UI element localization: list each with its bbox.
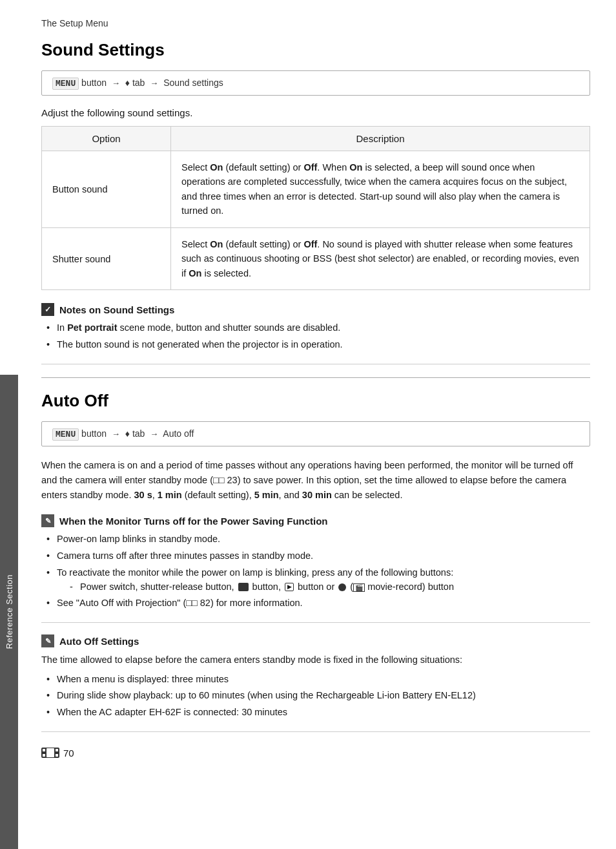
auto-off-settings-list: When a menu is displayed: three minutes … bbox=[41, 673, 590, 720]
tab-label-autooff: tab bbox=[132, 428, 147, 439]
list-item: Camera turns off after three minutes pas… bbox=[46, 549, 590, 563]
list-item: When the AC adapter EH-62F is connected:… bbox=[46, 706, 590, 720]
option-button-sound: Button sound bbox=[42, 151, 171, 228]
svg-rect-5 bbox=[46, 748, 54, 757]
list-item: During slide show playback: up to 60 min… bbox=[46, 689, 590, 703]
list-item: In Pet portrait scene mode, button and s… bbox=[46, 321, 590, 335]
sound-notes-box: ✓ Notes on Sound Settings In Pet portrai… bbox=[41, 303, 590, 364]
monitor-off-note: ✎ When the Monitor Turns off for the Pow… bbox=[41, 514, 590, 623]
svg-rect-1 bbox=[43, 749, 45, 751]
col-option-header: Option bbox=[42, 127, 171, 151]
monitor-off-header: ✎ When the Monitor Turns off for the Pow… bbox=[41, 514, 590, 527]
list-item: When a menu is displayed: three minutes bbox=[46, 673, 590, 687]
section-divider bbox=[41, 377, 590, 378]
play-icon: ▶ bbox=[285, 583, 294, 591]
auto-off-settings-note: ✎ Auto Off Settings The time allowed to … bbox=[41, 634, 590, 732]
desc-button-sound: Select On (default setting) or Off. When… bbox=[171, 151, 590, 228]
sound-settings-intro: Adjust the following sound settings. bbox=[41, 107, 590, 118]
auto-off-menu-path: MENU button → ♦ tab → Auto off bbox=[41, 421, 590, 446]
auto-off-settings-title: Auto Off Settings bbox=[59, 636, 139, 647]
list-item: The button sound is not generated when t… bbox=[46, 338, 590, 352]
page-footer: 70 bbox=[41, 748, 590, 759]
tab-label-sound: tab bbox=[132, 78, 147, 88]
auto-off-section: Auto Off MENU button → ♦ tab → Auto off … bbox=[41, 391, 590, 732]
sound-notes-header: ✓ Notes on Sound Settings bbox=[41, 303, 590, 316]
sound-settings-menu-path: MENU button → ♦ tab → Sound settings bbox=[41, 70, 590, 96]
svg-rect-4 bbox=[56, 754, 58, 757]
monitor-off-title: When the Monitor Turns off for the Power… bbox=[59, 516, 328, 527]
checkmark-icon: ✓ bbox=[41, 303, 54, 316]
list-item: To reactivate the monitor while the powe… bbox=[46, 566, 590, 594]
movie-record-icon: 🎬 bbox=[353, 583, 365, 592]
list-item: Power-on lamp blinks in standby mode. bbox=[46, 532, 590, 547]
list-item: See "Auto Off with Projection" (□□ 82) f… bbox=[46, 596, 590, 611]
wrench-icon-sound: ♦ bbox=[125, 78, 130, 88]
menu-label-autooff: button bbox=[81, 428, 109, 439]
option-shutter-sound: Shutter sound bbox=[42, 227, 171, 289]
pencil-icon: ✎ bbox=[41, 514, 54, 527]
sound-notes-title: Notes on Sound Settings bbox=[59, 304, 174, 315]
table-row: Shutter sound Select On (default setting… bbox=[42, 227, 590, 289]
list-item: Power switch, shutter-release button, bu… bbox=[70, 580, 590, 594]
monitor-off-list: Power-on lamp blinks in standby mode. Ca… bbox=[41, 532, 590, 611]
sound-settings-table: Option Description Button sound Select O… bbox=[41, 126, 590, 290]
menu-keyword-autooff: MENU bbox=[52, 428, 79, 441]
breadcrumb: The Setup Menu bbox=[41, 18, 590, 28]
destination-sound: Sound settings bbox=[163, 78, 223, 88]
arrow1-sound: → bbox=[112, 78, 120, 88]
wrench-icon-autooff: ♦ bbox=[125, 428, 130, 439]
arrow1-autooff: → bbox=[112, 429, 120, 439]
film-strip-icon bbox=[41, 748, 59, 758]
sound-notes-list: In Pet portrait scene mode, button and s… bbox=[41, 321, 590, 352]
destination-autooff: Auto off bbox=[163, 428, 194, 439]
arrow2-autooff: → bbox=[150, 429, 158, 439]
pencil-icon-2: ✎ bbox=[41, 634, 54, 647]
filmstrip-svg bbox=[41, 748, 59, 758]
svg-rect-2 bbox=[43, 754, 45, 757]
desc-shutter-sound: Select On (default setting) or Off. No s… bbox=[171, 227, 590, 289]
menu-keyword-sound: MENU bbox=[52, 78, 79, 90]
svg-rect-3 bbox=[56, 749, 58, 751]
record-icon bbox=[338, 583, 346, 591]
auto-off-settings-header: ✎ Auto Off Settings bbox=[41, 634, 590, 647]
table-row: Button sound Select On (default setting)… bbox=[42, 151, 590, 228]
menu-label-sound: button bbox=[81, 78, 109, 88]
auto-off-title: Auto Off bbox=[41, 391, 590, 411]
auto-off-settings-intro: The time allowed to elapse before the ca… bbox=[41, 653, 590, 667]
page-number: 70 bbox=[63, 748, 74, 759]
sub-list: Power switch, shutter-release button, bu… bbox=[57, 580, 590, 594]
arrow2-sound: → bbox=[150, 78, 158, 88]
col-description-header: Description bbox=[171, 127, 590, 151]
sidebar-label: Reference Section bbox=[5, 574, 14, 649]
sound-settings-title: Sound Settings bbox=[41, 40, 590, 60]
sidebar-reference: Reference Section bbox=[0, 375, 18, 849]
auto-off-body: When the camera is on and a period of ti… bbox=[41, 458, 590, 503]
camera-icon bbox=[238, 583, 249, 591]
